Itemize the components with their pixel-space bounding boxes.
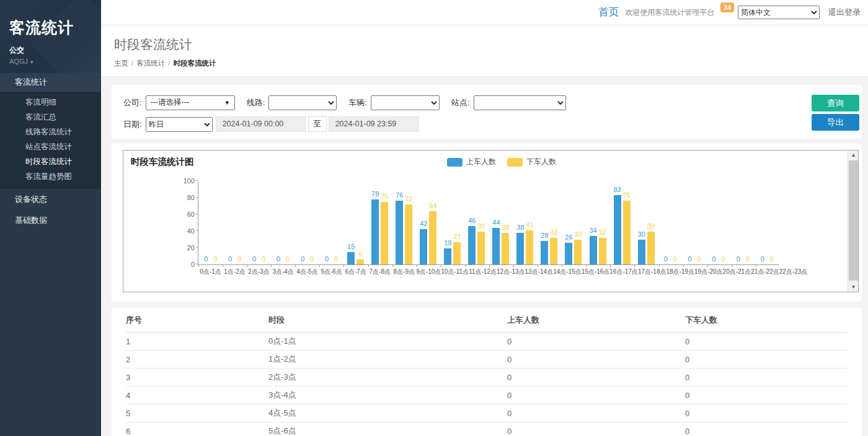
table-cell: 3点-4点 <box>268 386 507 404</box>
bar-上车人数[interactable]: 15 <box>347 252 355 264</box>
bar-下车人数[interactable]: 38 <box>502 233 509 264</box>
bar-value-label: 38 <box>516 224 524 231</box>
company-select[interactable]: ---请选择--- ▼ <box>146 95 235 110</box>
table-cell: 0 <box>685 351 848 368</box>
chart-scrollbar[interactable]: ▲ ▼ <box>848 150 858 292</box>
bar-group: 3432 <box>586 181 610 264</box>
bar-上车人数[interactable]: 34 <box>590 236 597 264</box>
bar-上车人数[interactable]: 26 <box>565 243 572 264</box>
sidebar-section[interactable]: 基础数据 <box>0 210 101 231</box>
date-preset-select[interactable]: 昨日 <box>146 117 213 132</box>
sidebar-item[interactable]: 客流汇总 <box>0 110 101 124</box>
bar-下车人数[interactable]: 6 <box>356 259 364 264</box>
table-cell: 5 <box>126 404 268 422</box>
sidebar-section[interactable]: 客流统计 <box>0 73 101 92</box>
user-menu[interactable]: AQGJ▾ <box>9 58 101 65</box>
home-link[interactable]: 首页 <box>598 6 619 19</box>
bar-value-label: 39 <box>647 222 654 230</box>
export-button[interactable]: 导出 <box>812 114 859 131</box>
bar-下车人数[interactable]: 75 <box>381 202 388 264</box>
bar-下车人数[interactable]: 72 <box>405 204 412 264</box>
bar-上车人数[interactable]: 38 <box>516 233 524 264</box>
bar-下车人数[interactable]: 32 <box>599 238 606 264</box>
sidebar-section[interactable]: 设备状态 <box>0 189 101 210</box>
sidebar-item[interactable]: 时段客流统计 <box>0 154 101 169</box>
y-axis-tick <box>196 197 198 198</box>
station-select[interactable] <box>474 95 566 110</box>
query-button[interactable]: 查询 <box>812 95 859 111</box>
topbar: 首页 欢迎使用客流统计管理平台 34 简体中文 退出登录 <box>101 0 868 25</box>
bar-上车人数[interactable]: 46 <box>468 226 476 264</box>
bar-下车人数[interactable]: 64 <box>429 211 436 264</box>
x-axis-label: 10点-11点 <box>441 268 469 276</box>
language-select[interactable]: 简体中文 <box>738 6 820 19</box>
bar-下车人数[interactable]: 39 <box>647 232 655 264</box>
page-heading: 时段客流统计 主页/客流统计/时段客流统计 <box>101 25 868 77</box>
x-axis-labels: 0点-1点1点-2点2点-3点3点-4点4点-5点5点-6点6点-7点7点-8点… <box>198 268 779 276</box>
scroll-down-icon[interactable]: ▼ <box>848 282 859 292</box>
bar-上车人数[interactable]: 30 <box>638 240 645 265</box>
scroll-up-icon[interactable]: ▲ <box>848 150 859 160</box>
bar-下车人数[interactable]: 76 <box>623 201 631 264</box>
chevron-down-icon: ▾ <box>30 59 33 65</box>
company-select-value: ---请选择--- <box>151 97 189 108</box>
notification-badge[interactable]: 34 <box>720 2 734 12</box>
breadcrumb-current: 时段客流统计 <box>173 59 216 67</box>
bar-value-label: 0 <box>688 255 692 263</box>
table-cell: 6 <box>126 422 268 436</box>
table-cell: 5点-6点 <box>268 422 507 436</box>
bar-上车人数[interactable]: 44 <box>492 228 500 264</box>
x-axis-label: 9点-10点 <box>416 268 441 276</box>
end-date-input[interactable]: 2024-01-09 23:59 <box>329 116 419 132</box>
bar-下车人数[interactable]: 27 <box>453 242 461 264</box>
bar-上车人数[interactable]: 42 <box>420 229 427 264</box>
bar-上车人数[interactable]: 19 <box>444 248 451 264</box>
y-axis-label: 40 <box>175 227 195 235</box>
logout-link[interactable]: 退出登录 <box>828 7 861 18</box>
bar-上车人数[interactable]: 76 <box>396 201 403 264</box>
bar-value-label: 30 <box>637 230 645 238</box>
line-select[interactable] <box>268 95 337 110</box>
scrollbar-thumb[interactable] <box>849 160 858 281</box>
date-range-separator: 至 <box>308 116 327 132</box>
x-axis-label: 5点-6点 <box>319 268 343 276</box>
y-axis-label: 80 <box>175 194 195 201</box>
bar-value-label: 32 <box>550 229 557 236</box>
breadcrumb-separator: / <box>168 59 170 67</box>
breadcrumb-parent[interactable]: 客流统计 <box>136 59 165 67</box>
sidebar-item[interactable]: 客流量趋势图 <box>0 169 101 184</box>
filter-row-2: 日期: 昨日 2024-01-09 00:00 至 2024-01-09 23:… <box>123 116 862 132</box>
bar-value-label: 0 <box>262 255 265 263</box>
bar-下车人数[interactable]: 41 <box>526 230 533 264</box>
bar-value-label: 0 <box>237 255 241 263</box>
vehicle-select[interactable] <box>371 95 440 110</box>
chart-plot: 0000000000001567875767242641927463944383… <box>198 181 779 265</box>
sidebar-item[interactable]: 线路客流统计 <box>0 124 101 139</box>
bar-group: 00 <box>683 181 707 264</box>
bar-value-label: 0 <box>737 255 740 263</box>
sidebar-item[interactable]: 客流明细 <box>0 95 101 110</box>
bar-上车人数[interactable]: 28 <box>541 241 548 264</box>
bar-上车人数[interactable]: 78 <box>371 199 379 264</box>
bar-group: 4264 <box>416 181 440 264</box>
bar-group: 00 <box>658 181 683 264</box>
table-cell: 2 <box>126 351 268 368</box>
sidebar-item[interactable]: 站点客流统计 <box>0 139 101 154</box>
table-cell: 3 <box>126 368 268 386</box>
table-cell: 2点-3点 <box>268 368 507 386</box>
table-cell: 0 <box>507 368 685 386</box>
breadcrumb-home[interactable]: 主页 <box>114 59 128 67</box>
bar-value-label: 32 <box>598 229 606 236</box>
bar-下车人数[interactable]: 32 <box>550 238 557 264</box>
bar-value-label: 0 <box>770 255 774 263</box>
bar-value-label: 44 <box>492 219 500 226</box>
legend-item[interactable]: 下车人数 <box>507 157 556 167</box>
table-cell: 0 <box>685 333 848 351</box>
legend-item[interactable]: 上车人数 <box>447 157 496 167</box>
bar-上车人数[interactable]: 83 <box>614 195 621 264</box>
table-row: 43点-4点00 <box>126 386 848 404</box>
start-date-input[interactable]: 2024-01-09 00:00 <box>216 116 306 132</box>
bar-下车人数[interactable]: 39 <box>477 232 485 264</box>
bar-value-label: 26 <box>565 233 572 241</box>
bar-下车人数[interactable]: 30 <box>574 240 582 265</box>
